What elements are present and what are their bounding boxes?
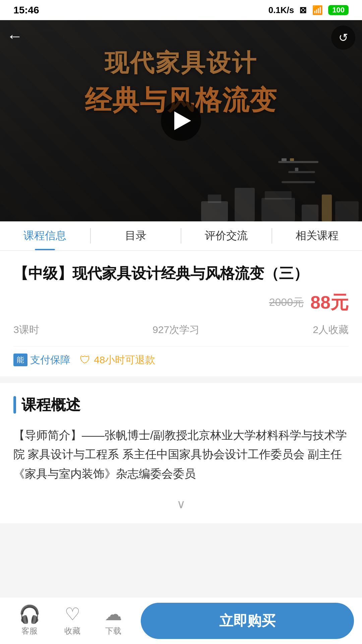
svg-rect-10	[282, 181, 315, 183]
badges-row: 能 支付保障 🛡 48小时可退款	[13, 346, 349, 376]
svg-rect-12	[290, 158, 294, 161]
headset-icon: 🎧	[19, 605, 41, 623]
play-icon	[174, 111, 191, 130]
section-accent	[13, 396, 16, 414]
payment-badge-box: 能	[13, 354, 27, 366]
video-player[interactable]: 现代家具设计 经典与风格流变 ← ↺	[0, 20, 362, 221]
refresh-button[interactable]: ↺	[331, 25, 355, 50]
current-price: 88元	[310, 290, 349, 315]
shield-icon: 🛡	[80, 354, 90, 366]
lesson-count: 3课时	[13, 323, 39, 337]
tab-catalog[interactable]: 目录	[91, 221, 181, 250]
time: 15:46	[13, 4, 39, 16]
download-icon: ☁	[105, 605, 122, 623]
course-info-section: 【中级】现代家具设计经典与风格流变（三） 2000元 88元 3课时 927次学…	[0, 251, 362, 376]
tab-related[interactable]: 相关课程	[272, 221, 362, 250]
status-icons: 0.1K/s ⊠ 📶 100	[268, 5, 349, 15]
video-title-line1: 现代家具设计	[0, 47, 362, 79]
buy-button[interactable]: 立即购买	[141, 603, 354, 639]
svg-rect-11	[282, 158, 287, 161]
furniture-illustration	[194, 154, 362, 221]
original-price: 2000元	[269, 295, 304, 310]
svg-rect-5	[302, 205, 318, 221]
section-title: 课程概述	[21, 395, 80, 415]
study-count: 927次学习	[153, 323, 199, 337]
customer-service-action[interactable]: 🎧 客服	[19, 605, 41, 636]
favorites-action[interactable]: ♡ 收藏	[64, 605, 80, 636]
status-bar: 15:46 0.1K/s ⊠ 📶 100	[0, 0, 362, 20]
svg-rect-6	[322, 195, 332, 221]
stats-row: 3课时 927次学习 2人收藏	[13, 323, 349, 346]
download-label: 下载	[105, 626, 121, 636]
signal-icon: ⊠	[299, 5, 307, 15]
wifi-icon: 📶	[312, 5, 323, 15]
bottom-nav: 🎧 客服 ♡ 收藏 ☁ 下载 立即购买	[0, 597, 362, 644]
svg-rect-7	[335, 201, 359, 221]
heart-icon: ♡	[65, 605, 80, 623]
expand-chevron[interactable]: ∨	[13, 497, 349, 511]
favorites-count: 2人收藏	[313, 323, 349, 337]
buy-label: 立即购买	[219, 611, 276, 630]
svg-rect-0	[201, 201, 228, 221]
service-label: 客服	[21, 626, 38, 636]
svg-rect-9	[288, 171, 315, 173]
play-button[interactable]	[161, 101, 201, 141]
svg-rect-8	[278, 161, 318, 163]
section-title-row: 课程概述	[13, 395, 349, 415]
tab-course-info[interactable]: 课程信息	[0, 221, 90, 250]
tab-review[interactable]: 评价交流	[181, 221, 272, 250]
refund-text: 48小时可退款	[94, 353, 155, 367]
svg-rect-3	[261, 198, 295, 221]
tabs-bar: 课程信息 目录 评价交流 相关课程	[0, 221, 362, 251]
svg-rect-2	[235, 188, 255, 221]
back-button[interactable]: ←	[7, 27, 23, 45]
svg-rect-4	[265, 191, 292, 200]
price-row: 2000元 88元	[13, 290, 349, 315]
course-title: 【中级】现代家具设计经典与风格流变（三）	[13, 263, 349, 284]
bottom-nav-actions: 🎧 客服 ♡ 收藏 ☁ 下载	[0, 605, 141, 636]
payment-badge: 能 支付保障	[13, 353, 70, 367]
overview-content: 【导师简介】——张帆博士/副教授北京林业大学材料科学与技术学院 家具设计与工程系…	[13, 426, 349, 484]
download-action[interactable]: ☁ 下载	[105, 605, 122, 636]
overview-section: 课程概述 【导师简介】——张帆博士/副教授北京林业大学材料科学与技术学院 家具设…	[0, 383, 362, 523]
network-speed: 0.1K/s	[268, 5, 294, 15]
favorites-label: 收藏	[64, 626, 80, 636]
battery-indicator: 100	[328, 5, 349, 15]
refund-badge: 🛡 48小时可退款	[80, 353, 155, 367]
refresh-icon: ↺	[339, 31, 348, 44]
svg-rect-1	[208, 195, 221, 203]
payment-guarantee-text: 支付保障	[30, 353, 70, 367]
svg-rect-13	[295, 168, 298, 171]
